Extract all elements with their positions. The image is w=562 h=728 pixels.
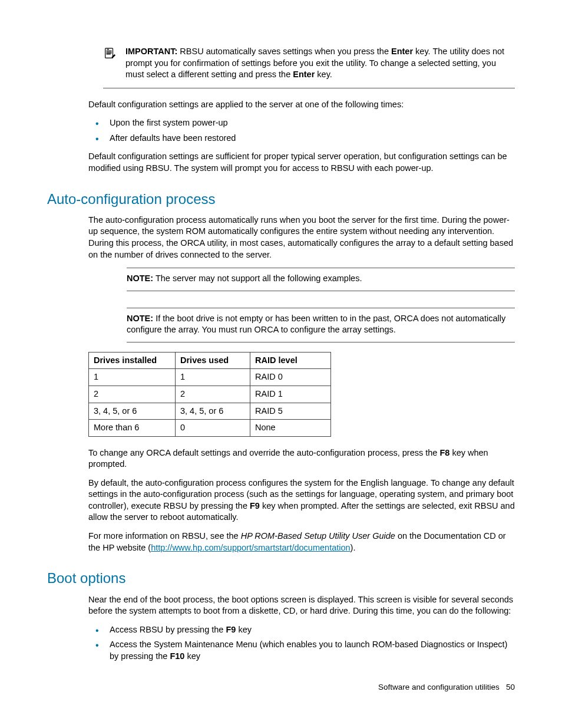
important-callout: IMPORTANT: RBSU automatically saves sett… xyxy=(103,46,515,88)
table-row: 3, 4, 5, or 63, 4, 5, or 6RAID 5 xyxy=(89,403,331,420)
table-header: Drives used xyxy=(176,352,250,369)
default-times-list: Upon the first system power-up After def… xyxy=(88,117,515,144)
note-callout: NOTE: If the boot drive is not empty or … xyxy=(127,308,515,342)
page-footer: Software and configuration utilities 50 xyxy=(378,682,515,693)
list-item: After defaults have been restored xyxy=(88,133,515,144)
list-item: Access the System Maintenance Menu (whic… xyxy=(88,639,515,662)
list-item: Access RBSU by pressing the F9 key xyxy=(88,624,515,636)
list-item: Upon the first system power-up xyxy=(88,117,515,129)
page-number: 50 xyxy=(506,683,515,691)
auto-config-heading: Auto-configuration process xyxy=(47,190,515,209)
orca-override-text: To change any ORCA default settings and … xyxy=(88,447,515,470)
boot-actions-list: Access RBSU by pressing the F9 key Acces… xyxy=(88,624,515,663)
boot-options-heading: Boot options xyxy=(47,569,515,588)
table-row: 22RAID 1 xyxy=(89,386,331,403)
raid-table: Drives installed Drives used RAID level … xyxy=(88,352,331,437)
auto-config-text: The auto-configuration process automatic… xyxy=(88,215,515,261)
more-info-text: For more information on RBSU, see the HP… xyxy=(88,531,515,554)
hp-documentation-link[interactable]: http://www.hp.com/support/smartstart/doc… xyxy=(151,543,350,552)
important-label: IMPORTANT: xyxy=(125,47,177,56)
table-row: 11RAID 0 xyxy=(89,369,331,386)
english-default-text: By default, the auto-configuration proce… xyxy=(88,477,515,523)
footer-section: Software and configuration utilities xyxy=(378,683,500,691)
table-header: RAID level xyxy=(250,352,331,369)
default-intro-text: Default configuration settings are appli… xyxy=(88,99,515,111)
table-header: Drives installed xyxy=(89,352,176,369)
note-callout: NOTE: The server may not support all the… xyxy=(127,268,515,291)
important-text: IMPORTANT: RBSU automatically saves sett… xyxy=(125,46,515,81)
table-row: More than 60None xyxy=(89,420,331,437)
note-icon xyxy=(103,46,125,81)
default-sufficient-text: Default configuration settings are suffi… xyxy=(88,151,515,174)
note-label: NOTE: xyxy=(127,274,153,283)
table-header-row: Drives installed Drives used RAID level xyxy=(89,352,331,369)
boot-options-text: Near the end of the boot process, the bo… xyxy=(88,594,515,617)
note-label: NOTE: xyxy=(127,314,153,323)
